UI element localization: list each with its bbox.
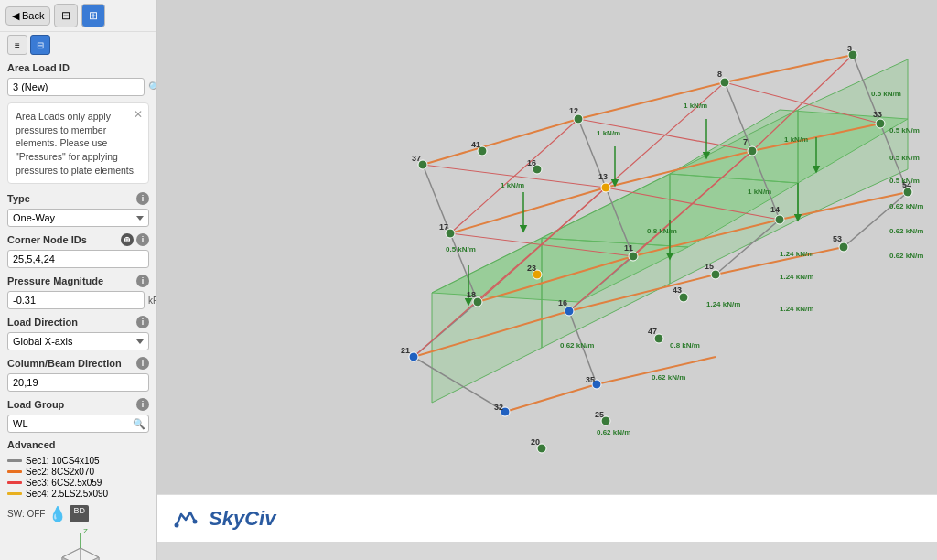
- grid-icon: ⊞: [89, 9, 98, 22]
- sw-badge-row: SW: OFF 💧 BD: [0, 503, 156, 524]
- corner-node-ids-label: Corner Node IDs: [7, 234, 87, 245]
- svg-point-73: [748, 146, 757, 156]
- legend-color-2: [7, 481, 22, 484]
- area-load-id-label: Area Load ID: [7, 62, 70, 73]
- svg-text:23: 23: [527, 264, 536, 273]
- legend-color-0: [7, 459, 22, 462]
- back-button[interactable]: ◀ Back: [5, 6, 50, 26]
- svg-text:15: 15: [705, 262, 714, 271]
- load-group-info-icon[interactable]: i: [136, 398, 149, 411]
- skyciv-logo-icon: [172, 505, 199, 533]
- svg-text:1 kN/m: 1 kN/m: [501, 181, 524, 189]
- pressure-magnitude-input[interactable]: [7, 291, 145, 309]
- svg-marker-2: [62, 548, 81, 560]
- load-direction-field: Global X-axis: [0, 330, 156, 352]
- area-load-id-section: Area Load ID: [0, 58, 156, 75]
- column-beam-info-icon[interactable]: i: [136, 357, 149, 370]
- corner-node-ids-field: [0, 248, 156, 270]
- svg-point-72: [601, 183, 610, 192]
- secondary-icon1-button[interactable]: ≡: [7, 35, 27, 55]
- pressure-unit-label: kPa: [148, 296, 157, 306]
- svg-text:32: 32: [494, 403, 503, 412]
- svg-text:0.62 kN/m: 0.62 kN/m: [597, 428, 630, 436]
- svg-text:0.5 kN/m: 0.5 kN/m: [889, 177, 920, 185]
- list-icon: ≡: [15, 40, 20, 50]
- svg-text:0.62 kN/m: 0.62 kN/m: [889, 252, 923, 260]
- info-box-close-button[interactable]: ✕: [134, 107, 143, 123]
- load-direction-info-icon[interactable]: i: [136, 316, 149, 328]
- svg-text:21: 21: [401, 346, 410, 355]
- info-box: ✕ Area Loads only apply pressures to mem…: [7, 102, 149, 184]
- toolbar: ◀ Back ⊟ ⊞: [0, 0, 156, 32]
- axis-widget: X Y Z: [42, 528, 115, 560]
- svg-text:20: 20: [531, 437, 540, 447]
- type-select[interactable]: One-Way: [7, 209, 149, 227]
- svg-point-81: [711, 270, 720, 279]
- left-panel: ◀ Back ⊟ ⊞ ≡ ⊟ Area Load ID 🔍 ▼ ✕ Area L…: [0, 0, 157, 560]
- load-direction-select[interactable]: Global X-axis: [7, 332, 149, 350]
- svg-text:16: 16: [527, 158, 536, 167]
- advanced-label: Advanced: [7, 439, 56, 450]
- load-group-input[interactable]: [7, 415, 149, 433]
- corner-node-target-icon[interactable]: ⊕: [121, 233, 134, 246]
- svg-text:0.62 kN/m: 0.62 kN/m: [652, 373, 685, 382]
- svg-text:37: 37: [412, 154, 421, 163]
- legend-item-1: Sec2: 8CS2x070: [7, 467, 149, 477]
- svg-text:53: 53: [833, 234, 842, 243]
- sw-icon[interactable]: 💧: [48, 505, 67, 522]
- corner-node-info-icon[interactable]: i: [136, 233, 149, 246]
- legend-label-0: Sec1: 10CS4x105: [26, 456, 100, 466]
- svg-text:13: 13: [598, 172, 608, 181]
- svg-text:0.8 kN/m: 0.8 kN/m: [647, 227, 677, 235]
- pressure-magnitude-section: Pressure Magnitude i: [0, 270, 156, 289]
- svg-point-79: [409, 352, 418, 361]
- load-group-field: 🔍: [0, 413, 156, 435]
- svg-text:16: 16: [558, 298, 567, 307]
- svg-text:0.62 kN/m: 0.62 kN/m: [560, 341, 594, 350]
- area-load-id-input[interactable]: [7, 78, 145, 96]
- svg-text:1 kN/m: 1 kN/m: [784, 135, 808, 144]
- svg-text:Z: Z: [83, 528, 88, 535]
- right-area: 37 12 8 3 17 13 7 33 18 11 14 54 21 16 1…: [157, 0, 937, 560]
- svg-text:14: 14: [770, 205, 780, 214]
- column-beam-field: [0, 372, 156, 393]
- legend-item-2: Sec3: 6CS2.5x059: [7, 478, 149, 488]
- secondary-icon2-button[interactable]: ⊟: [30, 35, 50, 55]
- filter-icon: ⊟: [61, 9, 70, 22]
- svg-marker-1: [81, 548, 99, 560]
- type-info-icon[interactable]: i: [136, 192, 149, 205]
- column-beam-input[interactable]: [7, 373, 149, 392]
- svg-point-139: [175, 522, 179, 527]
- svg-point-80: [565, 307, 574, 316]
- legend-color-1: [7, 470, 22, 473]
- svg-text:33: 33: [873, 110, 882, 119]
- legend-label-1: Sec2: 8CS2x070: [26, 467, 94, 477]
- svg-text:1.24 kN/m: 1.24 kN/m: [780, 273, 813, 281]
- sw-text: SW: OFF: [7, 509, 45, 519]
- load-group-section: Load Group i: [0, 393, 156, 413]
- filter-button[interactable]: ⊟: [54, 4, 78, 27]
- svg-text:1.24 kN/m: 1.24 kN/m: [780, 305, 813, 313]
- svg-text:43: 43: [673, 285, 682, 295]
- axis-svg: X Y Z: [42, 528, 115, 560]
- advanced-section: Advanced: [0, 435, 156, 452]
- pressure-info-icon[interactable]: i: [136, 275, 149, 287]
- corner-node-ids-input[interactable]: [7, 250, 149, 268]
- corner-node-ids-section: Corner Node IDs ⊕ i: [0, 229, 156, 248]
- legend-label-3: Sec4: 2.5LS2.5x090: [26, 489, 108, 499]
- svg-point-69: [720, 78, 729, 87]
- pressure-magnitude-label: Pressure Magnitude: [7, 275, 103, 286]
- svg-text:12: 12: [569, 106, 578, 115]
- svg-text:1.24 kN/m: 1.24 kN/m: [780, 250, 813, 258]
- skyciv-footer: SkyCiv: [157, 494, 937, 542]
- svg-text:0.62 kN/m: 0.62 kN/m: [889, 227, 923, 235]
- load-direction-section: Load Direction i: [0, 311, 156, 330]
- svg-text:1 kN/m: 1 kN/m: [597, 129, 620, 137]
- grid-button[interactable]: ⊞: [81, 4, 105, 27]
- area-load-search-icon[interactable]: 🔍: [148, 81, 157, 93]
- back-label: Back: [22, 10, 44, 21]
- canvas-area[interactable]: 37 12 8 3 17 13 7 33 18 11 14 54 21 16 1…: [157, 0, 937, 494]
- svg-text:8: 8: [717, 70, 722, 79]
- svg-text:3: 3: [847, 44, 852, 53]
- svg-text:18: 18: [467, 290, 476, 299]
